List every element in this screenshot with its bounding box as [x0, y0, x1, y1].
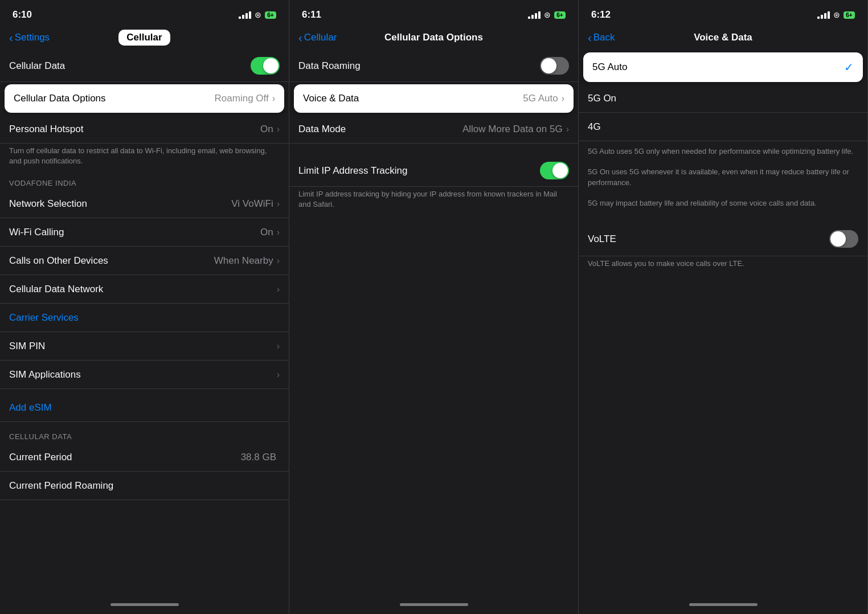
limit-ip-row[interactable]: Limit IP Address Tracking — [289, 155, 578, 187]
wifi-calling-chevron: › — [277, 227, 280, 238]
section-vodafone: VODAFONE INDIA — [0, 173, 289, 190]
calls-other-devices-row[interactable]: Calls on Other Devices When Nearby › — [0, 247, 289, 275]
wifi-calling-label: Wi-Fi Calling — [9, 227, 260, 238]
data-mode-value: Allow More Data on 5G — [462, 124, 563, 135]
voice-data-label: Voice & Data — [303, 93, 523, 104]
sim-applications-chevron: › — [277, 370, 280, 380]
panel-voice-data: 6:12 ⊛ 6+ ‹ Back Voice & Data 5G Auto ✓ — [579, 0, 868, 614]
sim-pin-chevron: › — [277, 341, 280, 351]
wifi-icon-2: ⊛ — [544, 10, 551, 19]
section-cellular-data: CELLULAR DATA — [0, 427, 289, 443]
sim-applications-label: SIM Applications — [9, 369, 277, 380]
sim-applications-row[interactable]: SIM Applications › — [0, 361, 289, 389]
spacer-3 — [579, 213, 867, 222]
signal-icon-3 — [817, 11, 830, 19]
time-3: 6:12 — [591, 9, 611, 21]
cellular-data-label: Cellular Data — [9, 60, 251, 72]
voice-data-row[interactable]: Voice & Data 5G Auto › — [294, 84, 574, 113]
limit-ip-toggle[interactable] — [540, 162, 569, 179]
option-4g-row[interactable]: 4G — [579, 113, 867, 141]
status-icons-1: ⊛ 6+ — [239, 10, 276, 19]
calls-other-devices-chevron: › — [277, 256, 280, 266]
panel-cellular-data-options: 6:11 ⊛ 6+ ‹ Cellular Cellular Data Optio… — [289, 0, 579, 614]
back-label-1: Settings — [15, 32, 50, 43]
time-2: 6:11 — [302, 9, 321, 21]
home-indicator-1 — [0, 595, 289, 614]
data-roaming-toggle[interactable] — [540, 57, 569, 75]
cellular-data-options-value: Roaming Off — [215, 93, 269, 104]
option-4g-label: 4G — [588, 121, 858, 133]
cellular-data-network-row[interactable]: Cellular Data Network › — [0, 275, 289, 304]
personal-hotspot-chevron: › — [277, 124, 280, 134]
back-chevron-2: ‹ — [298, 32, 302, 43]
volte-toggle-knob — [830, 231, 846, 247]
carrier-services-label: Carrier Services — [9, 312, 280, 324]
info-text-3: 5G may impact battery life and reliabili… — [579, 193, 867, 214]
current-period-roaming-label: Current Period Roaming — [9, 480, 280, 492]
current-period-row: Current Period 38.8 GB — [0, 443, 289, 472]
back-button-2[interactable]: ‹ Cellular — [298, 32, 337, 43]
volte-toggle[interactable] — [829, 230, 858, 248]
volte-label: VoLTE — [588, 234, 829, 245]
home-bar-2 — [400, 603, 468, 606]
limit-ip-description: Limit IP address tracking by hiding your… — [289, 187, 578, 216]
panel-cellular: 6:10 ⊛ 6+ ‹ Settings Cellular Cellular D… — [0, 0, 289, 614]
personal-hotspot-row[interactable]: Personal Hotspot On › — [0, 115, 289, 144]
back-chevron-3: ‹ — [588, 32, 592, 43]
option-5g-on-row[interactable]: 5G On — [579, 84, 867, 113]
voice-data-options: 5G Auto ✓ 5G On 4G 5G Auto uses 5G only … — [579, 50, 867, 595]
info-text-2: 5G On uses 5G whenever it is available, … — [579, 162, 867, 193]
volte-row[interactable]: VoLTE — [579, 222, 867, 256]
back-chevron-1: ‹ — [9, 32, 13, 43]
cellular-description: Turn off cellular data to restrict all d… — [0, 144, 289, 173]
carrier-services-row[interactable]: Carrier Services — [0, 304, 289, 332]
wifi-calling-value: On — [260, 227, 273, 238]
home-bar-1 — [110, 603, 179, 606]
status-bar-3: 6:12 ⊛ 6+ — [579, 0, 867, 25]
volte-description: VoLTE allows you to make voice calls ove… — [579, 256, 867, 276]
sim-pin-row[interactable]: SIM PIN › — [0, 332, 289, 361]
cellular-data-options-row[interactable]: Cellular Data Options Roaming Off › — [5, 84, 284, 113]
back-button-3[interactable]: ‹ Back — [588, 32, 615, 43]
network-selection-row[interactable]: Network Selection Vi VoWiFi › — [0, 190, 289, 218]
option-5g-auto-check: ✓ — [844, 60, 854, 74]
cellular-data-row[interactable]: Cellular Data — [0, 50, 289, 82]
nav-title-2: Cellular Data Options — [384, 32, 483, 43]
back-label-2: Cellular — [304, 32, 337, 43]
divider-1 — [0, 389, 289, 394]
data-roaming-row[interactable]: Data Roaming — [289, 50, 578, 82]
add-esim-label: Add eSIM — [9, 402, 280, 414]
home-indicator-2 — [289, 595, 578, 614]
home-indicator-3 — [579, 595, 867, 614]
network-selection-value: Vi VoWiFi — [231, 198, 273, 210]
current-period-value: 38.8 GB — [241, 452, 276, 463]
nav-bar-1: ‹ Settings Cellular — [0, 25, 289, 50]
current-period-label: Current Period — [9, 452, 241, 463]
voice-data-chevron: › — [562, 93, 564, 104]
status-bar-1: 6:10 ⊛ 6+ — [0, 0, 289, 25]
signal-icon-1 — [239, 11, 251, 19]
info-text-1: 5G Auto uses 5G only when needed for per… — [579, 141, 867, 162]
status-icons-3: ⊛ 6+ — [817, 10, 855, 19]
wifi-calling-row[interactable]: Wi-Fi Calling On › — [0, 218, 289, 247]
back-button-1[interactable]: ‹ Settings — [9, 32, 50, 43]
add-esim-row[interactable]: Add eSIM — [0, 394, 289, 422]
sim-pin-label: SIM PIN — [9, 341, 277, 352]
data-mode-row[interactable]: Data Mode Allow More Data on 5G › — [289, 115, 578, 144]
option-5g-auto-label: 5G Auto — [592, 62, 844, 73]
spacer-2 — [289, 144, 578, 155]
nav-title-1: Cellular — [118, 30, 170, 46]
option-5g-on-label: 5G On — [588, 93, 858, 104]
signal-icon-2 — [528, 11, 541, 19]
nav-title-3: Voice & Data — [694, 32, 752, 43]
limit-ip-label: Limit IP Address Tracking — [298, 165, 540, 177]
option-5g-auto-row[interactable]: 5G Auto ✓ — [583, 52, 863, 82]
home-bar-3 — [689, 603, 758, 606]
settings-list-1: Cellular Data Cellular Data Options Roam… — [0, 50, 289, 595]
cellular-data-network-chevron: › — [277, 284, 280, 294]
personal-hotspot-value: On — [260, 124, 273, 135]
cellular-data-options-label: Cellular Data Options — [14, 93, 215, 104]
toggle-knob-2 — [541, 58, 556, 73]
cellular-data-toggle[interactable] — [251, 57, 280, 75]
battery-1: 6+ — [265, 11, 276, 19]
